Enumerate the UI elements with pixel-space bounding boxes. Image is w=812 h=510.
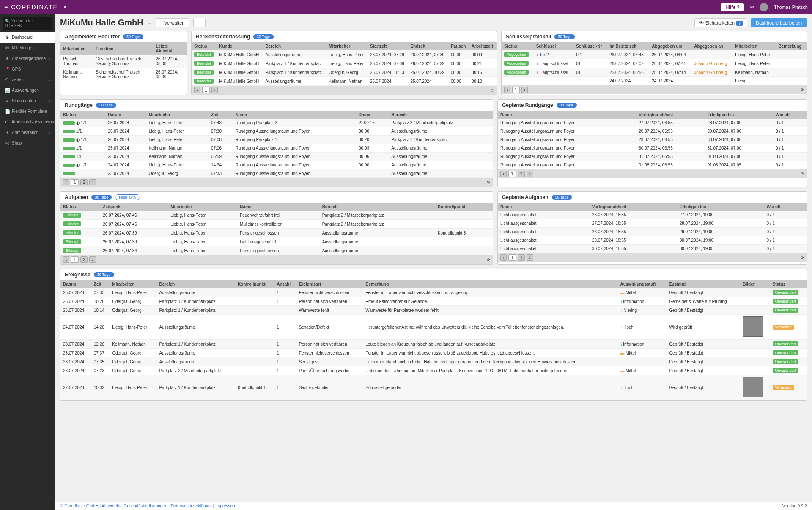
col-header[interactable]: Status — [770, 280, 807, 288]
col-header[interactable]: Bilder — [740, 280, 770, 288]
col-header[interactable]: Mitarbeiter — [168, 203, 237, 211]
col-header[interactable]: Name — [237, 203, 320, 211]
table-row[interactable]: Erledigt26.07.2024, 07:46Liebig, Hans-Pe… — [60, 220, 493, 229]
sidebar-item[interactable]: ≡Stammdaten‹ — [0, 95, 55, 106]
sidebar-item[interactable]: 📍GPS‹ — [0, 64, 55, 74]
more-button[interactable]: ⋮ — [193, 18, 206, 27]
table-row[interactable]: Abgegeben↓ Tor 20226.07.2024, 07:4526.07… — [502, 50, 807, 59]
table-row[interactable]: Erledigt26.07.2024, 07:46Liebig, Hans-Pe… — [60, 211, 493, 220]
col-header[interactable]: Zeit — [208, 111, 233, 119]
pg-2[interactable]: 2 — [518, 171, 525, 177]
table-row[interactable]: ◐ 1/124.07.2024Liebig, Hans-Peter14:34Ru… — [60, 161, 493, 169]
table-row[interactable]: BeendetMiKuMu Halle GmbHAusstellungsräum… — [192, 77, 497, 86]
panel-menu-icon[interactable]: ⋮ — [484, 195, 488, 200]
col-header[interactable]: Letzte Aktivität — [153, 42, 187, 55]
refresh-icon[interactable]: ⟳ — [801, 87, 804, 92]
col-header[interactable]: Zeit — [91, 280, 110, 288]
table-row[interactable]: ◐ 1/126.07.2024Liebig, Hans-Peter07:48Ru… — [60, 119, 493, 127]
table-row[interactable]: Rundgang Ausstellungsraum und Foyer30.07… — [498, 144, 807, 153]
table-row[interactable]: Keilmann, NathanSicherheitschef Pratsch … — [60, 68, 187, 81]
table-row[interactable]: Licht ausgeschaltet26.07.2024, 18:5527.0… — [498, 211, 807, 219]
sidebar-item[interactable]: ✉Mitteilungen — [0, 43, 55, 53]
thumbnail[interactable] — [743, 377, 763, 397]
table-row[interactable]: Licht ausgeschaltet30.07.2024, 18:5530.0… — [498, 245, 807, 253]
col-header[interactable]: Pausen — [448, 42, 469, 50]
panel-menu-icon[interactable]: ⋮ — [484, 103, 488, 108]
panel-menu-icon[interactable]: ⋮ — [798, 272, 802, 278]
table-row[interactable]: 1/126.07.2024Liebig, Hans-Peter07:30Rund… — [60, 127, 493, 136]
col-header[interactable]: Zeitpunkt — [100, 203, 168, 211]
panel-menu-icon[interactable]: ⋮ — [798, 103, 802, 108]
col-header[interactable]: Name — [498, 203, 590, 211]
col-header[interactable]: Datum — [105, 111, 146, 119]
pg-1[interactable]: 1 — [512, 87, 520, 93]
table-row[interactable]: Licht ausgeschaltet27.07.2024, 18:5528.0… — [498, 219, 807, 228]
col-header[interactable]: Kontrollpunkt — [235, 280, 274, 288]
table-row[interactable]: 25.07.202410:28Odergut, GeorgParkplatz 1… — [60, 297, 807, 306]
search-input[interactable]: 🔍 Suche oder STRG+K — [3, 17, 52, 30]
thumbnail[interactable] — [743, 316, 763, 337]
sidebar-item[interactable]: ★Arbeitsergebnisse‹ — [0, 53, 55, 64]
col-header[interactable]: Zustand — [667, 280, 740, 288]
table-row[interactable]: 1/125.07.2024Keilmann, Nathan06:59Rundga… — [60, 153, 493, 161]
col-header[interactable]: Mitarbeiter — [146, 111, 208, 119]
table-row[interactable]: Licht ausgeschaltet29.07.2024, 18:5530.0… — [498, 236, 807, 245]
col-header[interactable]: Dauer — [356, 111, 389, 119]
dashboard-edit-button[interactable]: Dashboard bearbeiten — [751, 18, 807, 27]
col-header[interactable]: Name — [233, 111, 356, 119]
user-name[interactable]: Thomas Pratsch — [774, 5, 808, 10]
pg-next[interactable]: › — [527, 171, 533, 177]
pg-next[interactable]: › — [211, 87, 218, 93]
chevron-down-icon[interactable]: ⌄ — [148, 20, 151, 25]
col-header[interactable]: Bereich — [156, 280, 235, 288]
col-header[interactable]: Status — [60, 203, 100, 211]
table-row[interactable]: 25.07.202410:14Odergut, GeorgParkplatz 1… — [60, 306, 807, 315]
pg-next[interactable]: › — [89, 256, 96, 263]
table-row[interactable]: 22.07.202410:32Liebig, Hans-PeterParkpla… — [60, 375, 807, 400]
pg-1[interactable]: 1 — [508, 171, 516, 177]
col-header[interactable]: Mitarbeiter — [326, 42, 368, 50]
pg-2[interactable]: 2 — [80, 256, 88, 263]
col-header[interactable]: Startzeit — [368, 42, 408, 50]
col-header[interactable]: Erledigen bis — [705, 111, 774, 119]
col-header[interactable]: Auswirkungsstufe — [618, 280, 667, 288]
sidebar-item[interactable]: 📊Auswertungen‹ — [0, 85, 55, 95]
pg-next[interactable]: › — [521, 87, 528, 93]
col-header[interactable]: Kunde — [217, 42, 263, 50]
table-row[interactable]: 23.07.202407:37Odergut, GeorgAusstellung… — [60, 349, 807, 357]
pg-prev[interactable]: ‹ — [63, 256, 69, 263]
table-row[interactable]: Abgegeben↓ Hauptschlüssel0126.07.2024, 0… — [502, 59, 807, 68]
col-header[interactable]: Erledigen bis — [677, 203, 764, 211]
col-header[interactable]: Anzahl — [274, 280, 296, 288]
panel-menu-icon[interactable]: ⋮ — [178, 34, 182, 40]
sidebar-item[interactable]: ⚙Dashboard — [0, 32, 55, 43]
refresh-icon[interactable]: ⟳ — [487, 257, 490, 262]
table-row[interactable]: BeendetMiKuMu Halle GmbHParkplatz 1 / Ku… — [192, 59, 497, 68]
col-header[interactable]: Abgegeben an — [691, 42, 732, 50]
table-row[interactable]: Rundgang Ausstellungsraum und Foyer27.07… — [498, 119, 807, 127]
table-row[interactable]: Rundgang Ausstellungsraum und Foyer31.07… — [498, 153, 807, 161]
refresh-icon[interactable]: ⟳ — [491, 88, 494, 93]
col-header[interactable]: Kontrollpunkt — [435, 203, 493, 211]
col-header[interactable]: Status — [60, 111, 105, 119]
pg-prev[interactable]: ‹ — [500, 254, 507, 261]
sidebar-item[interactable]: ⚙Arbeitsplatzabsicherung‹ — [0, 117, 55, 127]
col-header[interactable]: Bereich — [320, 203, 435, 211]
table-row[interactable]: Licht ausgeschaltet28.07.2024, 18:5529.0… — [498, 228, 807, 236]
col-header[interactable]: Mitarbeiter — [110, 280, 156, 288]
sidebar-item[interactable]: ✶Administration‹ — [0, 127, 55, 138]
pg-1[interactable]: 1 — [508, 254, 516, 261]
table-row[interactable]: Erledigt26.07.2024, 07:34Liebig, Hans-Pe… — [60, 246, 493, 255]
sidebar-item[interactable]: 🛒Shop — [0, 138, 55, 148]
avatar[interactable] — [760, 3, 768, 11]
col-header[interactable]: Wie oft — [764, 203, 807, 211]
col-header[interactable]: Wie oft — [773, 111, 807, 119]
panel-menu-icon[interactable]: ⋮ — [798, 195, 802, 200]
col-header[interactable]: Status — [502, 42, 534, 50]
verwalten-button[interactable]: ≡ Verwalten — [156, 18, 189, 27]
col-header[interactable]: Mitarbeiter — [60, 42, 93, 55]
table-row[interactable]: Rundgang Ausstellungsraum und Foyer29.07… — [498, 136, 807, 144]
pg-prev[interactable]: ‹ — [504, 87, 510, 93]
table-row[interactable]: BeendetMiKuMu Halle GmbHParkplatz 1 / Ku… — [192, 68, 497, 77]
table-row[interactable]: Erledigt26.07.2024, 07:39Liebig, Hans-Pe… — [60, 229, 493, 237]
